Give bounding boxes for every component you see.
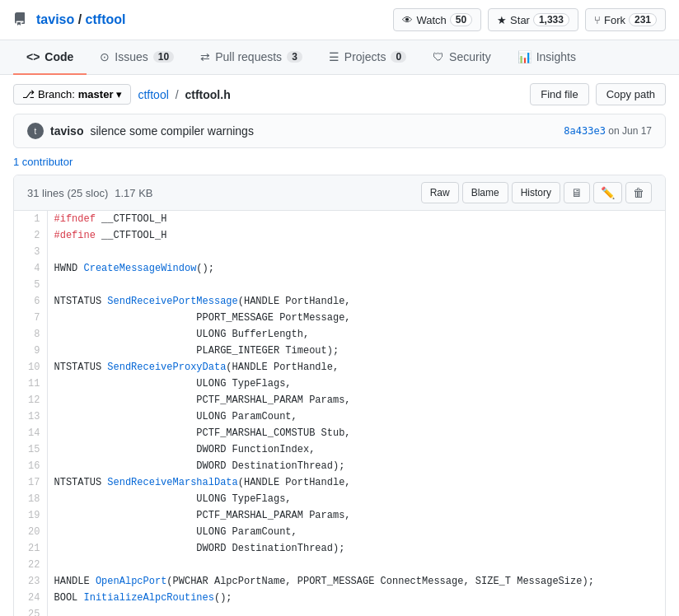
pr-badge: 3	[287, 51, 302, 63]
line-number[interactable]: 15	[14, 441, 47, 458]
line-number[interactable]: 2	[14, 227, 47, 244]
commit-author[interactable]: taviso	[50, 124, 83, 138]
table-row: 4HWND CreateMessageWindow();	[14, 260, 665, 277]
line-number[interactable]: 8	[14, 326, 47, 343]
line-number[interactable]: 5	[14, 277, 47, 293]
line-number[interactable]: 3	[14, 244, 47, 260]
commit-date: on Jun 17	[608, 125, 652, 137]
edit-button[interactable]: ✏️	[593, 182, 622, 203]
line-code: PLARGE_INTEGER Timeout);	[47, 343, 665, 359]
line-code: PCTF_MARSHAL_PARAM Params,	[47, 392, 665, 408]
copy-path-button[interactable]: Copy path	[596, 83, 666, 105]
raw-button[interactable]: Raw	[421, 182, 459, 203]
line-code: DWORD FunctionIndex,	[47, 441, 665, 458]
tab-issues-label: Issues	[115, 50, 148, 63]
repo-path: taviso / ctftool	[36, 12, 125, 27]
line-code: HWND CreateMessageWindow();	[47, 260, 665, 277]
line-number[interactable]: 1	[14, 211, 47, 227]
line-number[interactable]: 22	[14, 557, 47, 573]
star-button[interactable]: ★ Star 1,333	[488, 8, 578, 31]
avatar: t	[27, 123, 44, 139]
tab-insights[interactable]: 📊 Insights	[504, 40, 589, 75]
fork-button[interactable]: ⑂ Fork 231	[585, 8, 666, 31]
contributor-label: contributor	[22, 156, 73, 168]
line-number[interactable]: 21	[14, 540, 47, 557]
table-row: 11 ULONG TypeFlags,	[14, 376, 665, 392]
table-row: 17NTSTATUS SendReceiveMarshalData(HANDLE…	[14, 474, 665, 491]
tab-pr-label: Pull requests	[215, 50, 282, 63]
line-code: NTSTATUS SendReceiveProxyData(HANDLE Por…	[47, 359, 665, 376]
line-number[interactable]: 10	[14, 359, 47, 376]
line-code: ULONG TypeFlags,	[47, 491, 665, 507]
star-count: 1,333	[533, 13, 569, 26]
breadcrumb-repo-link[interactable]: ctftool	[138, 88, 168, 101]
table-row: 13 ULONG ParamCount,	[14, 408, 665, 425]
tab-code[interactable]: <> Code	[13, 40, 87, 75]
line-code: #define __CTFTOOL_H	[47, 227, 665, 244]
table-row: 14 PCTF_MARSHAL_COMSTUB Stub,	[14, 425, 665, 441]
line-number[interactable]: 20	[14, 524, 47, 540]
line-number[interactable]: 24	[14, 590, 47, 606]
table-row: 7 PPORT_MESSAGE PortMessage,	[14, 310, 665, 326]
line-number[interactable]: 13	[14, 408, 47, 425]
contributor-count: 1	[13, 156, 19, 168]
line-code: PPORT_MESSAGE PortMessage,	[47, 310, 665, 326]
table-row: 2#define __CTFTOOL_H	[14, 227, 665, 244]
line-number[interactable]: 25	[14, 606, 47, 616]
repo-owner-link[interactable]: taviso	[36, 12, 74, 26]
delete-button[interactable]: 🗑	[625, 182, 652, 203]
line-code	[47, 277, 665, 293]
history-button[interactable]: History	[512, 182, 560, 203]
line-number[interactable]: 7	[14, 310, 47, 326]
line-number[interactable]: 17	[14, 474, 47, 491]
insight-icon: 📊	[517, 50, 531, 63]
breadcrumb-actions: Find file Copy path	[530, 83, 666, 105]
line-code	[47, 244, 665, 260]
table-row: 12 PCTF_MARSHAL_PARAM Params,	[14, 392, 665, 408]
line-number[interactable]: 16	[14, 458, 47, 474]
watch-button[interactable]: 👁 Watch 50	[393, 8, 481, 31]
line-number[interactable]: 12	[14, 392, 47, 408]
line-number[interactable]: 23	[14, 573, 47, 590]
tab-pull-requests[interactable]: ⇄ Pull requests 3	[187, 40, 316, 75]
find-file-button[interactable]: Find file	[530, 83, 589, 105]
table-row: 3	[14, 244, 665, 260]
line-number[interactable]: 9	[14, 343, 47, 359]
tab-security-label: Security	[449, 50, 491, 63]
commit-info: t taviso silence some compiler warnings …	[13, 114, 666, 148]
display-button[interactable]: 🖥	[564, 182, 590, 203]
tab-security[interactable]: 🛡 Security	[419, 40, 504, 75]
tab-projects[interactable]: ☰ Projects 0	[316, 40, 419, 75]
star-icon: ★	[497, 14, 507, 26]
table-row: 21 DWORD DestinationThread);	[14, 540, 665, 557]
commit-hash-link[interactable]: 8a433e3	[564, 125, 606, 137]
fork-count: 231	[629, 13, 657, 26]
blame-button[interactable]: Blame	[462, 182, 508, 203]
table-row: 8 ULONG BufferLength,	[14, 326, 665, 343]
branch-selector[interactable]: ⎇ Branch: master ▾	[13, 84, 131, 105]
code-icon: <>	[26, 50, 40, 63]
contributor-link[interactable]: 1 contributor	[13, 156, 73, 168]
tab-issues[interactable]: ⊙ Issues 10	[87, 40, 187, 75]
line-number[interactable]: 14	[14, 425, 47, 441]
code-table: 1#ifndef __CTFTOOL_H2#define __CTFTOOL_H…	[14, 211, 665, 616]
table-row: 5	[14, 277, 665, 293]
breadcrumb: ctftool / ctftool.h	[138, 88, 230, 101]
branch-name: master	[78, 88, 114, 100]
line-code: ULONG BufferLength,	[47, 326, 665, 343]
branch-icon: ⎇	[22, 88, 35, 100]
breadcrumb-file: ctftool.h	[185, 88, 230, 101]
table-row: 18 ULONG TypeFlags,	[14, 491, 665, 507]
line-number[interactable]: 18	[14, 491, 47, 507]
line-number[interactable]: 4	[14, 260, 47, 277]
issues-badge: 10	[153, 51, 174, 63]
line-number[interactable]: 6	[14, 293, 47, 310]
line-code: ULONG ParamCount,	[47, 408, 665, 425]
tab-code-label: Code	[44, 50, 73, 63]
file-header: 31 lines (25 sloc) 1.17 KB Raw Blame His…	[14, 175, 665, 211]
line-number[interactable]: 19	[14, 507, 47, 524]
tab-insights-label: Insights	[536, 50, 576, 63]
line-number[interactable]: 11	[14, 376, 47, 392]
file-viewer: 31 lines (25 sloc) 1.17 KB Raw Blame His…	[13, 175, 666, 616]
repo-name-link[interactable]: ctftool	[86, 12, 126, 26]
